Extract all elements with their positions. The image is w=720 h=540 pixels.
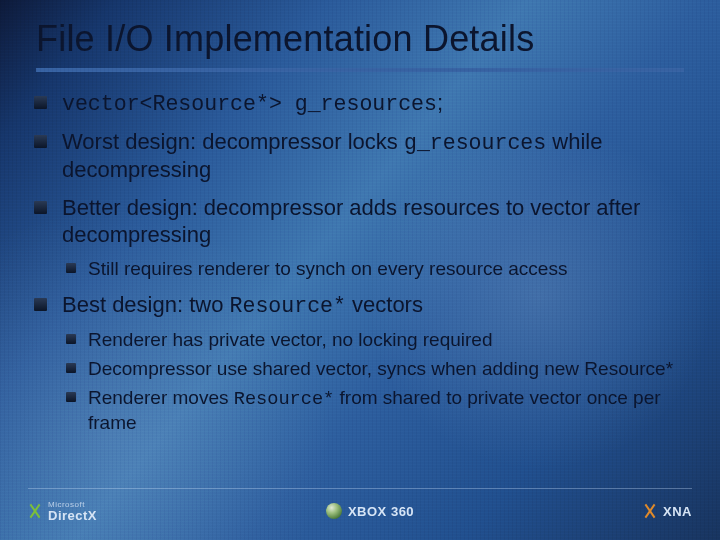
bullet-4-post: vectors [346, 292, 423, 317]
bullet-4-sub-3: Renderer moves Resource* from shared to … [88, 386, 686, 434]
xna-x-icon [643, 504, 657, 518]
slide: File I/O Implementation Details vector<R… [0, 0, 720, 540]
xna-brand: XNA [663, 504, 692, 519]
bullet-4: Best design: two Resource* vectors Rende… [62, 292, 686, 434]
bullet-3: Better design: decompressor adds resourc… [62, 195, 686, 280]
bullet-4-sub-3-code: Resource* [234, 388, 335, 410]
xbox360-logo: XBOX 360 [326, 503, 414, 519]
bullet-4-pre: Best design: two [62, 292, 230, 317]
bullet-2: Worst design: decompressor locks g_resou… [62, 129, 686, 183]
directx-logo: Microsoft DirectX [28, 501, 97, 522]
bullet-1: vector<Resource*> g_resources; [62, 90, 686, 117]
xbox360-brand: XBOX 360 [348, 504, 414, 519]
bullet-2-pre: Worst design: decompressor locks [62, 129, 404, 154]
bullet-list: vector<Resource*> g_resources; Worst des… [62, 90, 686, 434]
bullet-4-sublist: Renderer has private vector, no locking … [88, 328, 686, 434]
directx-x-icon [28, 504, 42, 518]
slide-title: File I/O Implementation Details [0, 0, 720, 60]
xbox-sphere-icon [326, 503, 342, 519]
footer-bar: Microsoft DirectX XBOX 360 XNA [0, 492, 720, 530]
bullet-1-tail: ; [437, 90, 443, 115]
bullet-3-sub-1: Still requires renderer to synch on ever… [88, 257, 686, 280]
bullet-3-text: Better design: decompressor adds resourc… [62, 195, 640, 247]
bullet-4-sub-1: Renderer has private vector, no locking … [88, 328, 686, 351]
bullet-2-code: g_resources [404, 131, 546, 155]
bullet-3-sublist: Still requires renderer to synch on ever… [88, 257, 686, 280]
xna-logo: XNA [643, 504, 692, 519]
bullet-4-sub-3-pre: Renderer moves [88, 387, 234, 408]
bullet-1-code: vector<Resource*> g_resources [62, 92, 437, 116]
directx-small: Microsoft [48, 501, 95, 509]
directx-brand: DirectX [48, 509, 97, 522]
bullet-4-sub-2: Decompressor use shared vector, syncs wh… [88, 357, 686, 380]
bullet-4-code: Resource* [230, 294, 346, 318]
title-rule [36, 68, 684, 72]
